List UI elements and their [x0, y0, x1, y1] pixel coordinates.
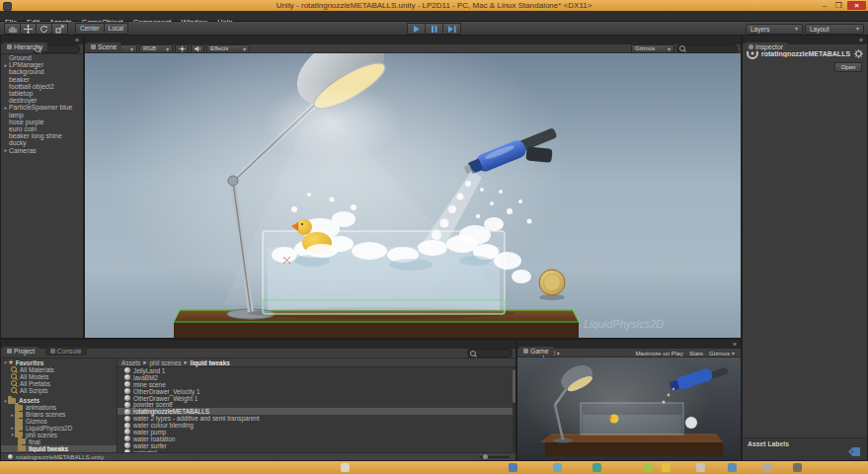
file-row[interactable]: water roatation [118, 435, 516, 442]
layers-dropdown[interactable]: Layers ▾ [746, 24, 803, 35]
search-icon [11, 380, 17, 386]
hierarchy-item[interactable]: destroyer [1, 97, 83, 104]
file-row[interactable]: water pump [118, 429, 516, 435]
windows-taskbar[interactable] [0, 461, 868, 474]
file-row[interactable]: JellyLand 1 [118, 367, 516, 374]
hierarchy-item[interactable]: ducky [1, 139, 83, 146]
hierarchy-item[interactable]: Ground [1, 54, 83, 61]
taskbar-app-icon[interactable] [644, 463, 653, 472]
close-button[interactable]: × [847, 1, 866, 10]
project-search[interactable] [467, 349, 513, 357]
scene-search-input[interactable] [687, 45, 735, 51]
hierarchy-item-label: LPManager [9, 61, 43, 68]
tree-item[interactable]: All Models [1, 373, 117, 380]
panel-menu-icon[interactable]: ≡ [733, 341, 738, 348]
hierarchy-item[interactable]: hose purple [1, 118, 83, 125]
tab-project[interactable]: Project [2, 347, 39, 356]
file-row[interactable]: water colour blending [118, 422, 516, 429]
taskbar-app-icon[interactable] [662, 463, 671, 472]
pause-button[interactable] [425, 23, 442, 35]
breadcrumb-item[interactable]: Assets [121, 359, 140, 366]
effects-dropdown[interactable]: Effects ▾ [206, 44, 250, 53]
taskbar-app-icon[interactable] [553, 463, 562, 472]
project-search-input[interactable] [478, 351, 510, 356]
layout-dropdown[interactable]: Layout ▾ [805, 24, 864, 35]
minimize-button[interactable]: – [819, 1, 830, 10]
hierarchy-item[interactable]: beaker [1, 76, 83, 83]
breadcrumb-item[interactable]: liquid tweaks [191, 359, 230, 366]
file-row[interactable]: powder scene [118, 401, 516, 408]
hierarchy-item[interactable]: tabletop [1, 90, 83, 97]
taskbar-app-icon[interactable] [341, 463, 350, 472]
tab-game[interactable]: Game [518, 347, 554, 356]
taskbar-app-icon[interactable] [762, 463, 771, 472]
file-row-selected[interactable]: rotatingnozzleMETABALLS [118, 408, 516, 415]
taskbar-app-icon[interactable] [728, 463, 737, 472]
stats-toggle[interactable]: Stats [689, 350, 703, 356]
taskbar-app-icon[interactable] [793, 463, 802, 472]
label-tag-icon[interactable] [848, 447, 860, 456]
taskbar-app-icon[interactable] [592, 463, 601, 472]
euro-coin[interactable] [539, 270, 565, 300]
project-status-bar: rotatingnozzleMETABALLS.unity [1, 452, 516, 460]
file-row[interactable]: OtherDrawer_Weight 1 [118, 395, 516, 402]
open-button[interactable]: Open [834, 62, 862, 72]
taskbar-app-icon[interactable] [509, 463, 517, 472]
hierarchy-item[interactable]: euro coin [1, 125, 83, 132]
tree-item[interactable]: All Materials [1, 366, 117, 373]
render-channel-dropdown[interactable]: RGB ▾ [139, 44, 173, 53]
hierarchy-search[interactable] [32, 44, 80, 53]
pivot-toggle-button[interactable]: Center [75, 23, 105, 35]
file-row[interactable]: lavaBM2 [118, 374, 516, 381]
game-gizmos-dropdown[interactable]: Gizmos ▾ [709, 350, 735, 356]
tree-item[interactable]: All Prefabs [1, 380, 117, 387]
maximize-button[interactable]: ❒ [832, 1, 844, 10]
scene-file-icon [124, 381, 130, 387]
tab-hierarchy[interactable]: Hierarchy [2, 42, 47, 51]
rotate-tool-button[interactable] [36, 23, 51, 35]
tab-scene[interactable]: Scene [86, 42, 121, 51]
panel-menu-icon[interactable]: ≡ [859, 37, 864, 43]
game-panel: Game ≡ Free Aspect ▾ Maximize on Play St… [516, 339, 742, 461]
panel-menu-icon[interactable]: ≡ [75, 37, 80, 43]
thumbnail-zoom-slider[interactable] [480, 456, 510, 458]
hierarchy-item[interactable]: ▸ParticleSpawner blue [1, 104, 83, 111]
tab-inspector[interactable]: Inspector [744, 42, 788, 51]
move-tool-button[interactable] [20, 23, 36, 35]
tree-item[interactable]: All Scripts [1, 387, 117, 394]
hierarchy-item[interactable]: beaker long shine [1, 132, 83, 139]
search-icon [11, 387, 17, 393]
breadcrumb-item[interactable]: phil scenes [149, 359, 181, 366]
hierarchy-item[interactable]: ▸LPManager [1, 61, 83, 68]
hierarchy-item[interactable]: football object2 [1, 83, 83, 90]
scene-lighting-toggle[interactable] [175, 44, 189, 53]
space-toggle-button[interactable]: Local [105, 23, 129, 35]
step-button[interactable] [442, 23, 461, 35]
slider-knob[interactable] [483, 454, 488, 459]
tree-item-selected[interactable]: liquid tweaks [1, 445, 117, 452]
scene-audio-toggle[interactable] [191, 44, 204, 53]
maximize-on-play-toggle[interactable]: Maximize on Play [635, 350, 683, 356]
game-viewport[interactable] [517, 357, 742, 461]
play-button[interactable] [407, 23, 425, 35]
scale-tool-button[interactable] [51, 23, 68, 35]
tab-console[interactable]: Console [45, 347, 87, 356]
file-row[interactable]: water surfer [118, 442, 516, 449]
hierarchy-item[interactable]: background [1, 68, 83, 75]
hierarchy-item[interactable]: lamp [1, 112, 83, 118]
file-row[interactable]: water 2 types - additive and semi transp… [118, 415, 516, 422]
scene-search[interactable] [676, 44, 738, 53]
scene-viewport[interactable]: LiquidPhysics2D [85, 53, 742, 339]
file-row[interactable]: OtherDrawer_Velocity 1 [118, 388, 516, 395]
hand-tool-button[interactable] [4, 23, 20, 35]
tree-item[interactable]: ▾★Favorites [1, 359, 117, 366]
file-row[interactable]: mine scene [118, 381, 516, 388]
gear-icon[interactable] [854, 49, 863, 58]
taskbar-app-icon[interactable] [696, 463, 705, 472]
console-tab-label: Console [57, 348, 82, 355]
speaker-icon [195, 45, 201, 52]
title-bar[interactable]: Unity - rotatingnozzleMETABALLS.unity - … [0, 0, 868, 11]
hierarchy-item[interactable]: ▸Cameras [1, 146, 83, 153]
move-icon [24, 25, 33, 34]
gizmos-dropdown[interactable]: Gizmos ▾ [631, 44, 674, 53]
